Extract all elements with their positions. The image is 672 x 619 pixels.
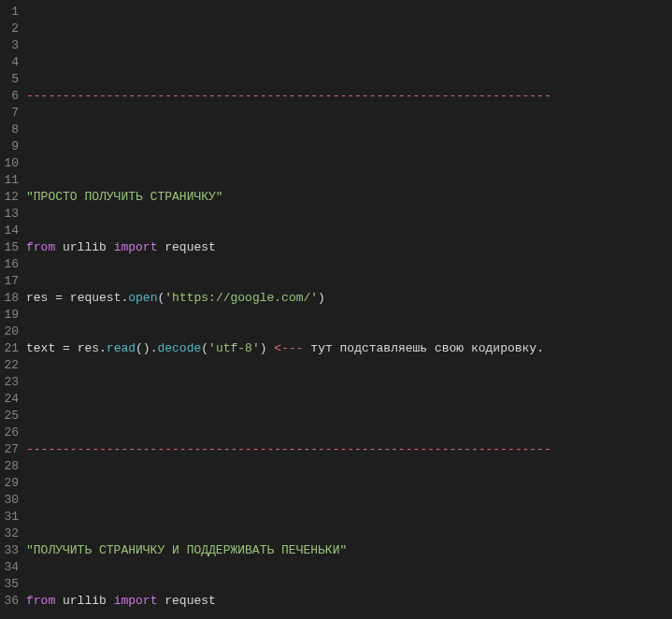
line-number: 5 [0,71,19,88]
line-number: 7 [0,105,19,122]
line-number: 32 [0,525,19,542]
line-number: 15 [0,239,19,256]
code-line[interactable] [26,37,672,54]
code-line[interactable]: "ПОЛУЧИТЬ СТРАНИЧКУ И ПОДДЕРЖИВАТЬ ПЕЧЕН… [26,542,672,559]
line-number: 21 [0,340,19,357]
line-number: 17 [0,273,19,290]
line-number: 4 [0,54,19,71]
line-number: 6 [0,88,19,105]
code-area[interactable]: ----------------------------------------… [26,4,672,619]
code-line[interactable]: res = request.open('https://google.com/'… [26,290,672,307]
line-number-gutter: 1 2 3 4 5 6 7 8 9 10 11 12 13 14 15 16 1… [0,4,26,619]
line-number: 20 [0,324,19,340]
line-number: 25 [0,408,19,425]
line-number: 8 [0,122,19,138]
line-number: 28 [0,458,19,475]
line-number: 36 [0,593,19,610]
code-line[interactable]: "ПРОСТО ПОЛУЧИТЬ СТРАНИЧКУ" [26,189,672,206]
line-number: 19 [0,307,19,324]
line-number: 9 [0,138,19,155]
line-number: 31 [0,509,19,525]
line-number: 16 [0,256,19,273]
line-number: 3 [0,37,19,54]
line-number: 29 [0,475,19,492]
line-number: 12 [0,189,19,206]
line-number: 10 [0,155,19,172]
line-number: 34 [0,559,19,576]
line-number: 13 [0,206,19,223]
code-line[interactable]: from urllib import request [26,593,672,610]
line-number: 1 [0,4,19,21]
line-number: 24 [0,391,19,408]
code-line[interactable] [26,391,672,408]
line-number: 11 [0,172,19,189]
line-number: 2 [0,21,19,37]
line-number: 14 [0,223,19,239]
line-number: 27 [0,441,19,458]
code-editor[interactable]: 1 2 3 4 5 6 7 8 9 10 11 12 13 14 15 16 1… [0,0,672,619]
line-number: 18 [0,290,19,307]
line-number: 22 [0,357,19,374]
line-number: 30 [0,492,19,509]
line-number: 33 [0,542,19,559]
code-line[interactable]: text = res.read().decode('utf-8') <--- т… [26,340,672,357]
code-line[interactable] [26,138,672,155]
code-line[interactable]: ----------------------------------------… [26,441,672,458]
code-line[interactable]: ----------------------------------------… [26,88,672,105]
line-number: 26 [0,425,19,441]
line-number: 35 [0,576,19,593]
code-line[interactable] [26,492,672,509]
code-line[interactable]: from urllib import request [26,239,672,256]
line-number: 23 [0,374,19,391]
